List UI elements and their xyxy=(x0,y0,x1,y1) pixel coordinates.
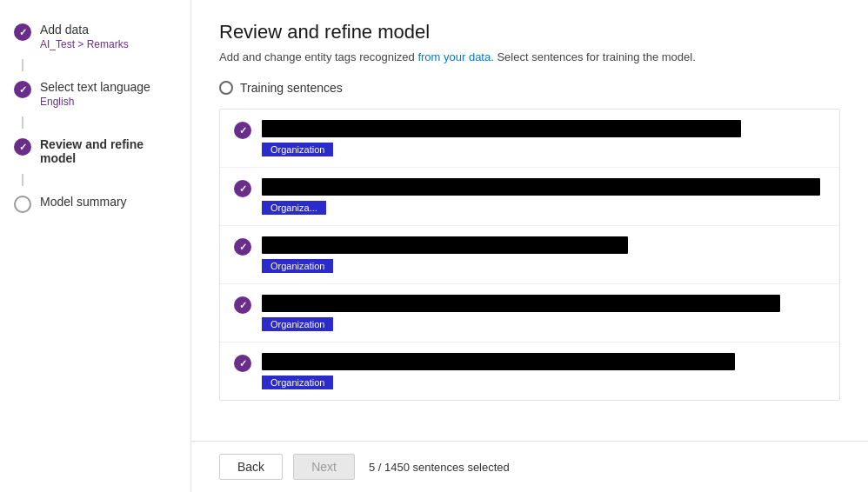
sidebar-item-review-refine[interactable]: Review and refine model xyxy=(0,129,190,174)
sidebar-item-select-language[interactable]: Select text language English xyxy=(0,71,190,116)
training-label: Training sentences xyxy=(240,81,343,95)
sentence-row[interactable]: Organiza... xyxy=(220,168,839,226)
sentence-content: Organization xyxy=(262,120,825,156)
sentence-bar xyxy=(262,120,741,137)
entity-tag: Organiza... xyxy=(262,201,326,215)
step-sublabel-select-language: English xyxy=(40,96,150,108)
sidebar: Add data AI_Test > Remarks Select text l… xyxy=(0,0,191,492)
page-title: Review and refine model xyxy=(219,21,840,43)
sentences-container: Organization Organiza... Organization xyxy=(219,109,840,401)
sentence-content: Organization xyxy=(262,295,825,331)
sidebar-item-model-summary[interactable]: Model summary xyxy=(0,186,190,222)
footer: Back Next 5 / 1450 sentences selected xyxy=(191,441,868,492)
main-panel: Review and refine model Add and change e… xyxy=(191,0,868,492)
check-icon[interactable] xyxy=(234,355,251,372)
entity-tag: Organization xyxy=(262,376,333,389)
connector-1 xyxy=(22,59,23,71)
sentence-bar xyxy=(262,295,780,312)
step-label-select-language: Select text language xyxy=(40,80,150,94)
step-text-select-language: Select text language English xyxy=(40,80,150,108)
sentence-row[interactable]: Organization xyxy=(220,110,839,168)
step-text-review-refine: Review and refine model xyxy=(40,137,177,165)
step-label-add-data: Add data xyxy=(40,23,129,37)
step-icon-select-language xyxy=(14,81,31,98)
entity-tag: Organization xyxy=(262,259,333,273)
step-label-review-refine: Review and refine model xyxy=(40,137,177,165)
sentence-bar xyxy=(262,353,735,370)
step-icon-add-data xyxy=(14,23,31,41)
connector-3 xyxy=(22,174,23,186)
page-description: Add and change entity tags recognized fr… xyxy=(219,50,840,63)
sentence-content: Organization xyxy=(262,236,825,273)
entity-tag: Organization xyxy=(262,317,333,331)
back-button[interactable]: Back xyxy=(219,454,283,480)
sidebar-item-add-data[interactable]: Add data AI_Test > Remarks xyxy=(0,14,190,59)
status-text: 5 / 1450 sentences selected xyxy=(369,461,510,474)
sentence-bar xyxy=(262,178,820,196)
training-radio[interactable] xyxy=(219,81,233,95)
sentence-bar xyxy=(262,236,628,254)
check-icon[interactable] xyxy=(234,296,251,314)
page-desc-link: from your data xyxy=(417,50,491,63)
step-sublabel-add-data: AI_Test > Remarks xyxy=(40,38,129,50)
step-text-model-summary: Model summary xyxy=(40,195,127,209)
sentence-content: Organization xyxy=(262,353,825,389)
step-icon-review-refine xyxy=(14,138,31,156)
training-row[interactable]: Training sentences xyxy=(219,81,840,95)
entity-tag: Organization xyxy=(262,143,333,156)
next-button[interactable]: Next xyxy=(293,454,355,480)
step-icon-model-summary xyxy=(14,196,31,213)
step-label-model-summary: Model summary xyxy=(40,195,127,209)
sentence-row[interactable]: Organization xyxy=(220,226,839,284)
sentence-content: Organiza... xyxy=(262,178,825,215)
check-icon[interactable] xyxy=(234,122,251,139)
sentence-row[interactable]: Organization xyxy=(220,342,839,400)
main-content: Review and refine model Add and change e… xyxy=(191,0,868,441)
check-icon[interactable] xyxy=(234,238,251,256)
step-text-add-data: Add data AI_Test > Remarks xyxy=(40,23,129,50)
sentence-row[interactable]: Organization xyxy=(220,284,839,342)
connector-2 xyxy=(22,116,23,129)
check-icon[interactable] xyxy=(234,180,251,197)
